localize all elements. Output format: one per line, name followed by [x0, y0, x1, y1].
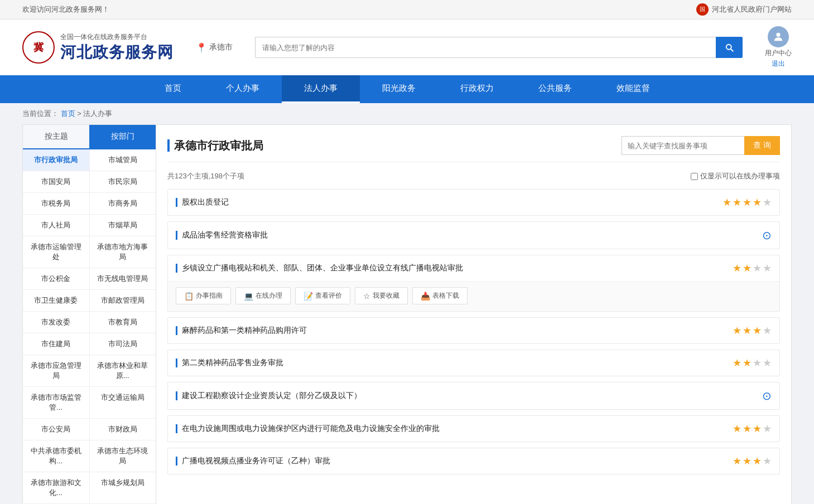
- star-8-2: ★: [743, 455, 752, 467]
- breadcrumb-home[interactable]: 首页: [61, 109, 75, 118]
- stats-text: 共123个主项,198个子项: [167, 171, 244, 181]
- sidebar-item-market[interactable]: 承德市市场监管管...: [23, 387, 90, 418]
- search-area: [255, 37, 743, 58]
- star-1-2: ★: [733, 196, 741, 209]
- stars-1: ★ ★ ★ ★ ★: [723, 196, 772, 209]
- nav-item-personal[interactable]: 个人办事: [204, 75, 282, 103]
- star-3-2: ★: [743, 262, 752, 274]
- sidebar-item-radio-mgmt[interactable]: 市无线电管理局: [90, 268, 156, 289]
- item-header-3[interactable]: 乡镇设立广播电视站和机关、部队、团体、企业事业单位设立有线广播电视站审批 ★ ★…: [168, 255, 779, 281]
- search-input[interactable]: [255, 37, 716, 58]
- item-title-7: 在电力设施周围或电力设施保护区内进行可能危及电力设施安全作业的审批: [176, 424, 440, 434]
- star-8-4: ★: [763, 455, 772, 467]
- sidebar-item-health[interactable]: 市卫生健康委: [23, 290, 90, 311]
- sidebar-item-eco[interactable]: 承德市生态环境局: [90, 440, 156, 472]
- item-header-2[interactable]: 成品油零售经营资格审批 ⊙: [168, 222, 779, 249]
- nav-item-home[interactable]: 首页: [142, 75, 204, 103]
- stars-8: ★ ★ ★ ★: [733, 455, 772, 467]
- sidebar-item-admin-approval[interactable]: 市行政审批局: [23, 149, 90, 171]
- sidebar-item-forestry[interactable]: 承德市林业和草原...: [90, 355, 156, 386]
- nav-item-public[interactable]: 公共服务: [516, 75, 594, 103]
- review-button[interactable]: 📝 查看评价: [295, 287, 350, 304]
- sidebar-item-security[interactable]: 市国安局: [23, 171, 90, 192]
- online-handle-button[interactable]: 💻 在线办理: [235, 287, 291, 304]
- star-4-3: ★: [753, 324, 762, 337]
- nav-item-admin[interactable]: 行政权力: [438, 75, 516, 103]
- sidebar-item-party[interactable]: 中共承德市委机构...: [23, 440, 90, 472]
- sidebar-item-transport[interactable]: 承德市运输管理处: [23, 236, 90, 268]
- item-header-7[interactable]: 在电力设施周围或电力设施保护区内进行可能危及电力设施安全作业的审批 ★ ★ ★ …: [168, 416, 779, 442]
- expand-icon-2[interactable]: ⊙: [762, 229, 772, 242]
- star-4-2: ★: [743, 324, 752, 337]
- location-area[interactable]: 📍 承德市: [196, 42, 233, 53]
- sidebar-row: 承德市市场监管管... 市交通运输局: [23, 387, 156, 419]
- item-title-5: 第二类精神药品零售业务审批: [176, 358, 283, 368]
- star-1-5: ★: [763, 196, 772, 209]
- sidebar-item-development[interactable]: 市发改委: [23, 312, 90, 333]
- download-button[interactable]: 📥 表格下载: [412, 287, 468, 304]
- content-search-input[interactable]: [622, 136, 744, 155]
- item-name-5: 第二类精神药品零售业务审批: [182, 358, 283, 368]
- action-row-3: 📋 办事指南 💻 在线办理 📝 查看评价 ☆ 我要收藏 📥 表格下载: [168, 281, 779, 311]
- star-7-2: ★: [743, 423, 752, 435]
- item-name-3: 乡镇设立广播电视站和机关、部队、团体、企业事业单位设立有线广播电视站审批: [182, 263, 463, 273]
- sidebar-item-justice[interactable]: 市司法局: [90, 333, 156, 355]
- sidebar-item-ethnic[interactable]: 市民宗局: [90, 171, 156, 192]
- sidebar-item-police[interactable]: 市公安局: [23, 419, 90, 440]
- sidebar-item-tourism[interactable]: 承德市旅游和文化...: [23, 472, 90, 503]
- stars-3: ★ ★ ★ ★: [733, 262, 772, 274]
- stars-4: ★ ★ ★ ★: [733, 324, 772, 337]
- download-icon: 📥: [421, 292, 430, 301]
- nav-item-legal[interactable]: 法人办事: [282, 75, 360, 103]
- gov-emblem-icon: 国: [696, 3, 709, 16]
- item-header-6[interactable]: 建设工程勘察设计企业资质认定（部分乙级及以下） ⊙: [168, 382, 779, 409]
- nav-item-efficiency[interactable]: 效能监督: [594, 75, 672, 103]
- sidebar-item-planning[interactable]: 市城乡规划局: [90, 472, 156, 503]
- search-button[interactable]: [716, 37, 743, 58]
- item-title-bar: [176, 326, 177, 335]
- sidebar-item-emergency[interactable]: 承德市应急管理局: [23, 355, 90, 386]
- logo-emblem: 冀: [22, 31, 55, 64]
- item-title-bar: [176, 424, 177, 433]
- sidebar-row: 市国安局 市民宗局: [23, 171, 156, 193]
- sidebar-item-finance[interactable]: 市财政局: [90, 419, 156, 440]
- expand-icon-6[interactable]: ⊙: [762, 389, 772, 403]
- sidebar-row: 承德市运输管理处 承德市地方海事局: [23, 236, 156, 268]
- online-filter-checkbox[interactable]: [691, 173, 698, 180]
- item-header-8[interactable]: 广播电视视频点播业务许可证（乙种）审批 ★ ★ ★ ★: [168, 448, 779, 474]
- guide-button[interactable]: 📋 办事指南: [176, 287, 231, 304]
- guide-icon: 📋: [184, 292, 194, 301]
- breadcrumb-current: 法人办事: [83, 109, 112, 118]
- sidebar-item-education[interactable]: 市教育局: [90, 312, 156, 333]
- sidebar-item-tax[interactable]: 市税务局: [23, 193, 90, 214]
- item-title-bar: [176, 457, 177, 466]
- item-header-5[interactable]: 第二类精神药品零售业务审批 ★ ★ ★ ★: [168, 350, 779, 376]
- sidebar-item-postal[interactable]: 市邮政管理局: [90, 290, 156, 311]
- content-area: 承德市行政审批局 查 询 共123个主项,198个子项 仅显示可以在线办理事项 …: [156, 124, 792, 504]
- content-search-button[interactable]: 查 询: [744, 136, 780, 155]
- sidebar-item-hr[interactable]: 市人社局: [23, 215, 90, 236]
- sidebar-row: 市卫生健康委 市邮政管理局: [23, 290, 156, 312]
- stats-bar: 共123个主项,198个子项 仅显示可以在线办理事项: [167, 171, 780, 181]
- sidebar-item-housing[interactable]: 市住建局: [23, 333, 90, 355]
- star-4-4: ★: [763, 324, 772, 337]
- sidebar-item-tobacco[interactable]: 市烟草局: [90, 215, 156, 236]
- sidebar-item-commerce[interactable]: 市商务局: [90, 193, 156, 214]
- gov-link[interactable]: 河北省人民政府门户网站: [712, 4, 792, 14]
- nav-item-sunshine[interactable]: 阳光政务: [360, 75, 438, 103]
- user-logout[interactable]: 退出: [772, 59, 785, 69]
- item-header-4[interactable]: 麻醉药品和第一类精神药品购用许可 ★ ★ ★ ★: [168, 318, 779, 343]
- online-filter-label[interactable]: 仅显示可以在线办理事项: [691, 171, 780, 181]
- sidebar-item-fund[interactable]: 市公积金: [23, 268, 90, 289]
- item-header-1[interactable]: 股权出质登记 ★ ★ ★ ★ ★: [168, 190, 779, 215]
- location-text: 承德市: [209, 42, 233, 52]
- sidebar-item-maritime[interactable]: 承德市地方海事局: [90, 236, 156, 268]
- tab-by-dept[interactable]: 按部门: [89, 125, 156, 148]
- sidebar-item-urban-mgmt[interactable]: 市城管局: [90, 149, 156, 171]
- user-area[interactable]: 用户中心 退出: [765, 26, 792, 69]
- online-handle-label: 在线办理: [256, 291, 282, 301]
- collect-button[interactable]: ☆ 我要收藏: [355, 287, 408, 304]
- sidebar-item-traffic[interactable]: 市交通运输局: [90, 387, 156, 418]
- online-handle-icon: 💻: [244, 292, 253, 301]
- tab-by-topic[interactable]: 按主题: [23, 125, 89, 148]
